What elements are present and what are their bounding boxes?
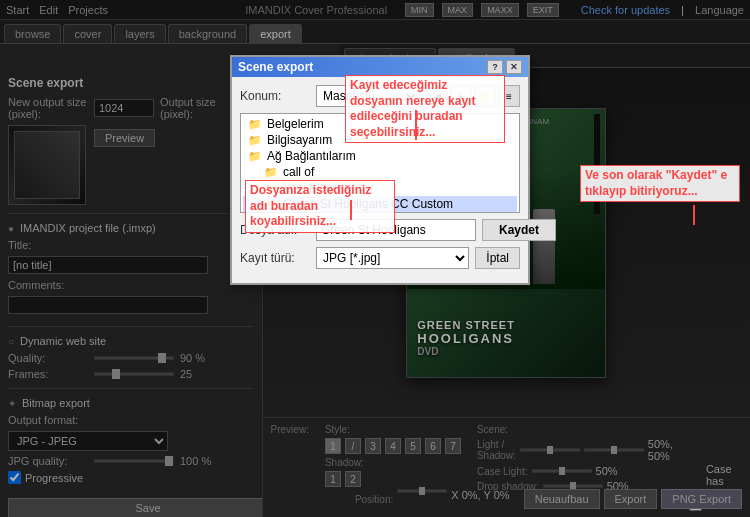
dialog-title: Scene export	[238, 60, 313, 74]
folder-icon-ag	[247, 149, 263, 163]
annotation-1-arrow	[415, 110, 417, 140]
tree-label-ag: Ağ Bağlantılarım	[267, 149, 356, 163]
tree-label-belgelerim: Belgelerim	[267, 117, 324, 131]
dialog-cancel-button[interactable]: İptal	[475, 247, 520, 269]
scene-export-dialog: Scene export ? ✕ Konum: Masaüstü ◀ ▲ 📁 ≡…	[230, 55, 530, 285]
location-row: Konum: Masaüstü ◀ ▲ 📁 ≡	[240, 85, 520, 107]
tree-item-ag[interactable]: Ağ Bağlantılarım	[243, 148, 517, 164]
dialog-titlebar: Scene export ? ✕	[232, 57, 528, 77]
filetype-select[interactable]: JPG [*.jpg]	[316, 247, 469, 269]
annotation-3-arrow	[693, 205, 695, 225]
location-label: Konum:	[240, 89, 310, 103]
dialog-title-buttons: ? ✕	[487, 60, 522, 74]
view-options-btn[interactable]: ≡	[498, 85, 520, 107]
filename-input[interactable]	[316, 219, 476, 241]
tree-label-green: Green St Hooligans CC Custom	[283, 197, 453, 211]
filename-row: Dosya adı: Kaydet	[240, 219, 520, 241]
tree-item-belgelerim[interactable]: Belgelerim	[243, 116, 517, 132]
file-tree[interactable]: Belgelerim Bilgisayarım Ağ Bağlantılarım…	[240, 113, 520, 213]
dialog-toolbar: ◀ ▲ 📁 ≡	[426, 85, 520, 107]
tree-item-callof[interactable]: call of	[243, 164, 517, 180]
folder-icon-yeni	[263, 181, 279, 195]
filetype-label: Kayıt türü:	[240, 251, 310, 265]
folder-icon-belgelerim	[247, 117, 263, 131]
dialog-content: Konum: Masaüstü ◀ ▲ 📁 ≡ Belgelerim Bilgi…	[232, 77, 528, 283]
filetype-row: Kayıt türü: JPG [*.jpg] İptal	[240, 247, 520, 269]
tree-label-yeni: Yeni Klasör	[283, 181, 343, 195]
tree-item-green[interactable]: Green St Hooligans CC Custom	[243, 196, 517, 212]
folder-icon-callof	[263, 165, 279, 179]
location-select[interactable]: Masaüstü	[316, 85, 420, 107]
folder-open-icon-green	[263, 197, 279, 211]
tree-label-callof: call of	[283, 165, 314, 179]
filename-label: Dosya adı:	[240, 223, 310, 237]
annotation-2-arrow	[350, 200, 352, 220]
up-btn[interactable]: ▲	[450, 85, 472, 107]
new-folder-btn[interactable]: 📁	[474, 85, 496, 107]
tree-label-bilgisayar: Bilgisayarım	[267, 133, 332, 147]
back-btn[interactable]: ◀	[426, 85, 448, 107]
dialog-close-btn[interactable]: ✕	[506, 60, 522, 74]
dialog-save-button[interactable]: Kaydet	[482, 219, 556, 241]
dialog-help-btn[interactable]: ?	[487, 60, 503, 74]
tree-item-bilgisayar[interactable]: Bilgisayarım	[243, 132, 517, 148]
folder-icon-bilgisayar	[247, 133, 263, 147]
tree-item-yeni[interactable]: Yeni Klasör	[243, 180, 517, 196]
